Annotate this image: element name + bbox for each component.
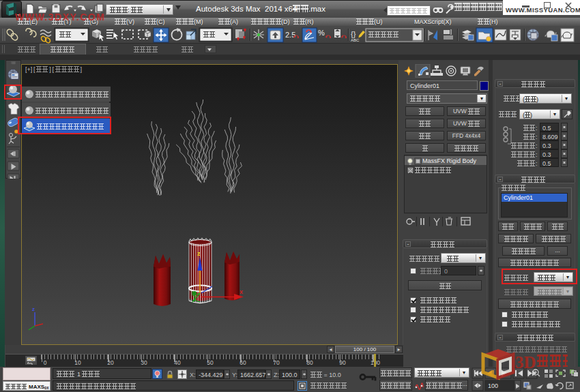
svg-text:z: z [197,250,201,257]
svg-text:100: 100 [488,382,498,389]
svg-text:{}: {} [351,30,356,38]
svg-text:ABC: ABC [351,38,360,42]
svg-text:3D: 3D [515,353,536,372]
svg-text:%: % [318,29,325,37]
svg-text:x: x [240,288,243,295]
svg-text:z: z [32,306,35,312]
